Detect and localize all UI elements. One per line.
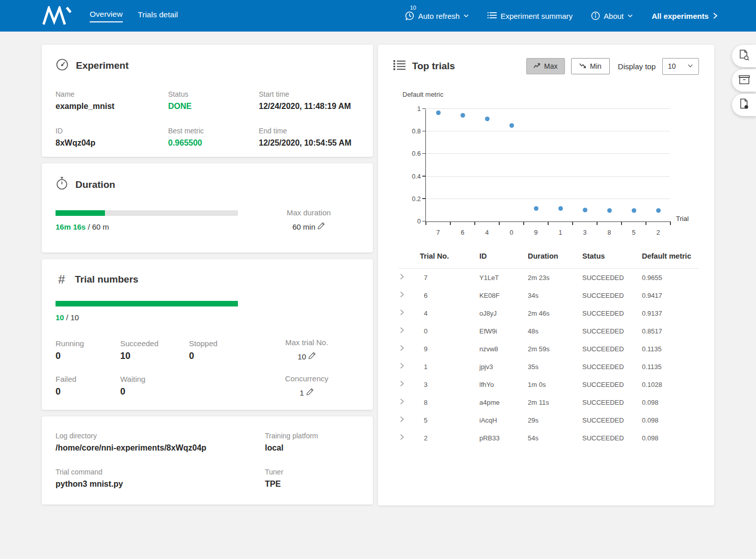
expand-row-button[interactable]: [398, 269, 420, 287]
config-search-button[interactable]: [732, 45, 756, 67]
data-point[interactable]: [583, 208, 587, 212]
archive-button[interactable]: [732, 69, 756, 92]
auto-refresh-button[interactable]: 10 Auto refresh: [404, 11, 470, 21]
data-point[interactable]: [632, 208, 636, 213]
experiment-summary-button[interactable]: Experiment summary: [488, 12, 573, 20]
data-point[interactable]: [436, 110, 441, 115]
tab-trials-detail[interactable]: Trials detail: [138, 10, 178, 22]
trial-progress-fill: [56, 301, 238, 306]
expand-row-button[interactable]: [398, 394, 420, 411]
tab-overview[interactable]: Overview: [90, 10, 123, 22]
field-id: ID 8xWqz04p: [56, 127, 168, 148]
y-tick-mark: [422, 176, 426, 177]
stat-waiting: Waiting 0: [120, 375, 189, 397]
field-name: Name example_mnist: [56, 90, 168, 111]
cell-status: SUCCEEDED: [582, 394, 642, 411]
about-label: About: [604, 12, 624, 20]
chart-plot-area: 00.20.40.60.817640913852: [425, 109, 670, 222]
cell-trial-no: 6: [420, 287, 479, 304]
trial-numbers-card: # Trial numbers 10 / 10 Running 0: [42, 259, 373, 410]
max-button[interactable]: Max: [526, 58, 565, 74]
max-duration-block: Max duration 60 min: [265, 208, 352, 231]
expand-row-button[interactable]: [398, 429, 420, 447]
data-point[interactable]: [485, 117, 490, 121]
col-header-status: Status: [582, 246, 642, 269]
edit-concurrency-icon[interactable]: [306, 388, 314, 397]
duration-progress-caption: 16m 16s / 60 m: [56, 222, 238, 231]
about-button[interactable]: About: [591, 11, 633, 20]
col-header-trial-no: Trial No.: [420, 246, 479, 269]
edit-max-trial-icon[interactable]: [308, 352, 316, 361]
cell-trial-no: 0: [420, 322, 479, 340]
expand-row-button[interactable]: [398, 376, 420, 394]
cell-duration: 54s: [528, 429, 582, 447]
data-point[interactable]: [534, 206, 538, 211]
top-trials-panel: Top trials Max Min: [378, 45, 714, 506]
document-search-icon: [739, 49, 749, 63]
cell-status: SUCCEEDED: [582, 376, 642, 394]
stat-running: Running 0: [56, 339, 120, 361]
cell-trial-no: 8: [420, 394, 479, 411]
expand-row-button[interactable]: [398, 304, 420, 322]
edit-max-duration-icon[interactable]: [317, 222, 325, 231]
concurrency-group: Concurrency 1: [263, 374, 350, 397]
cell-duration: 35s: [528, 358, 582, 376]
left-column: Experiment Name example_mnist Status DON…: [42, 45, 373, 505]
table-row: 0 EfW9i 48s SUCCEEDED 0.8517: [398, 322, 699, 340]
gridline: [426, 176, 670, 177]
expand-row-button[interactable]: [398, 287, 420, 304]
max-duration-label: Max duration: [265, 208, 352, 217]
gridline: [426, 131, 670, 131]
all-experiments-link[interactable]: All experiments: [652, 12, 718, 20]
data-point[interactable]: [656, 208, 661, 213]
stat-stopped: Stopped 0: [189, 339, 249, 361]
x-tick-mark: [474, 221, 475, 225]
data-point[interactable]: [607, 208, 612, 213]
expand-row-button[interactable]: [398, 322, 420, 340]
table-row: 2 pRB33 54s SUCCEEDED 0.098: [398, 429, 699, 447]
gridline: [426, 153, 670, 154]
top-trials-table-body: 7 Y1LeT 2m 23s SUCCEEDED 0.9655 6 KE08F …: [398, 269, 699, 447]
cell-id: pRB33: [479, 429, 528, 447]
x-tick-label: 2: [648, 229, 668, 236]
data-point[interactable]: [509, 123, 514, 128]
table-row: 6 KE08F 34s SUCCEEDED 0.9417: [398, 287, 699, 304]
archive-box-icon: [739, 75, 750, 87]
field-status: Status DONE: [168, 90, 259, 111]
cell-id: oJ8yJ: [479, 304, 528, 322]
expand-row-button[interactable]: [398, 411, 420, 429]
x-tick-mark: [499, 221, 500, 225]
min-button[interactable]: Min: [571, 58, 610, 74]
x-tick-label: 3: [575, 229, 595, 236]
field-best-metric: Best metric 0.965500: [168, 127, 259, 148]
trial-settings-block: Max trial No. 10 Concurrency: [263, 338, 350, 397]
gauge-icon: [56, 58, 69, 73]
top-trials-table: Trial No. ID Duration Status Default met…: [398, 246, 699, 447]
field-tuner: Tuner TPE: [265, 468, 359, 489]
cell-default-metric: 0.9417: [642, 287, 699, 304]
list-icon: [488, 12, 497, 20]
cell-status: SUCCEEDED: [582, 322, 642, 340]
cell-duration: 2m 11s: [528, 394, 582, 411]
cell-status: SUCCEEDED: [582, 429, 642, 447]
cell-default-metric: 0.098: [642, 394, 699, 411]
display-top-select[interactable]: 10: [662, 58, 699, 75]
log-file-button[interactable]: [732, 94, 756, 116]
duration-progress: 16m 16s / 60 m: [56, 210, 238, 231]
data-point[interactable]: [461, 113, 465, 118]
trial-progress-caption: 10 / 10: [56, 313, 359, 322]
cell-duration: 48s: [528, 322, 582, 340]
y-tick-mark: [422, 198, 426, 199]
cell-id: jpjv3: [479, 358, 528, 376]
expand-row-button[interactable]: [398, 358, 420, 376]
data-point[interactable]: [558, 206, 563, 211]
x-tick-mark: [450, 221, 451, 225]
chevron-down-icon: [687, 62, 693, 70]
cell-id: iAcqH: [479, 411, 528, 429]
stat-failed: Failed 0: [56, 375, 120, 397]
cell-status: SUCCEEDED: [582, 304, 642, 322]
expand-row-button[interactable]: [398, 340, 420, 358]
table-header-row: Trial No. ID Duration Status Default met…: [398, 246, 699, 269]
cell-status: SUCCEEDED: [582, 358, 642, 376]
y-tick-label: 0.6: [401, 150, 421, 158]
